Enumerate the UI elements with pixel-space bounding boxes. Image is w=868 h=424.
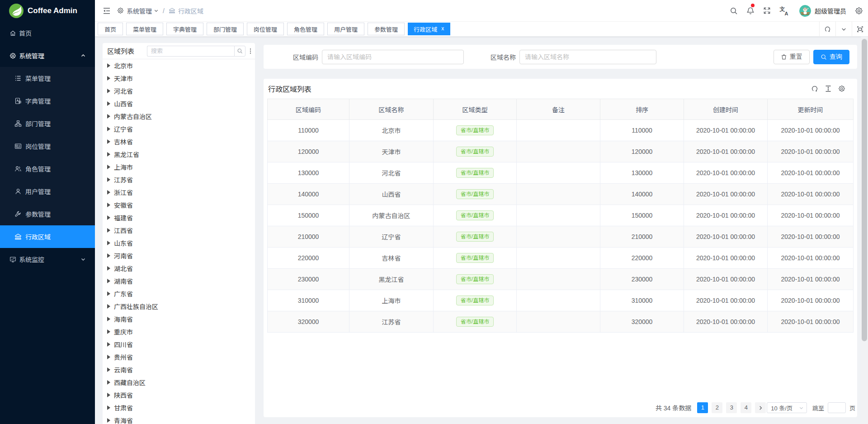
user-menu[interactable]: 超级管理员 — [799, 5, 846, 17]
tab-字典管理[interactable]: 字典管理 — [166, 23, 203, 35]
tab-行政区域[interactable]: 行政区域x — [408, 23, 450, 35]
tree-node-内蒙古自治区[interactable]: 内蒙古自治区 — [103, 110, 255, 123]
tree-node-浙江省[interactable]: 浙江省 — [103, 186, 255, 199]
tree-node-甘肃省[interactable]: 甘肃省 — [103, 401, 255, 414]
fullscreen-button[interactable] — [759, 0, 775, 22]
tree-node-北京市[interactable]: 北京市 — [103, 59, 255, 72]
caret-right-icon[interactable] — [107, 76, 110, 81]
scrollbar-thumb[interactable] — [862, 39, 867, 341]
caret-right-icon[interactable] — [107, 165, 110, 169]
table-row-220000[interactable]: 220000吉林省省市/直辖市2200002020-10-01 00:00:00… — [268, 248, 854, 269]
tree-node-安徽省[interactable]: 安徽省 — [103, 199, 255, 211]
tree-node-江西省[interactable]: 江西省 — [103, 224, 255, 237]
caret-right-icon[interactable] — [107, 89, 110, 93]
tree-node-重庆市[interactable]: 重庆市 — [103, 325, 255, 338]
caret-right-icon[interactable] — [107, 342, 110, 347]
notifications-button[interactable] — [742, 0, 759, 22]
page-button-1[interactable]: 1 — [697, 402, 708, 413]
caret-right-icon[interactable] — [107, 291, 110, 296]
caret-right-icon[interactable] — [107, 114, 110, 119]
tree-node-湖南省[interactable]: 湖南省 — [103, 275, 255, 287]
tree-node-广西壮族自治区[interactable]: 广西壮族自治区 — [103, 300, 255, 313]
caret-right-icon[interactable] — [107, 380, 110, 385]
tree-node-江苏省[interactable]: 江苏省 — [103, 173, 255, 186]
search-button[interactable]: 查询 — [813, 50, 849, 64]
tree-search-input[interactable] — [147, 46, 234, 57]
tree-node-广东省[interactable]: 广东省 — [103, 287, 255, 300]
table-row-310000[interactable]: 310000上海市省市/直辖市3100002020-10-01 00:00:00… — [268, 290, 854, 311]
page-button-4[interactable]: 4 — [741, 402, 751, 413]
tree-node-辽宁省[interactable]: 辽宁省 — [103, 123, 255, 135]
sidebar-item-用户管理[interactable]: 用户管理 — [0, 180, 95, 203]
caret-right-icon[interactable] — [107, 253, 110, 258]
tab-参数管理[interactable]: 参数管理 — [368, 23, 405, 35]
tree-node-天津市[interactable]: 天津市 — [103, 72, 255, 85]
caret-right-icon[interactable] — [107, 101, 110, 106]
sidebar-item-行政区域[interactable]: 行政区域 — [0, 225, 95, 248]
settings-button[interactable] — [854, 0, 864, 22]
sidebar-item-菜单管理[interactable]: 菜单管理 — [0, 67, 95, 90]
tree-node-西藏自治区[interactable]: 西藏自治区 — [103, 376, 255, 389]
table-density-button[interactable] — [821, 82, 835, 95]
caret-right-icon[interactable] — [107, 241, 110, 245]
tree-node-山东省[interactable]: 山东省 — [103, 237, 255, 249]
tree-node-河南省[interactable]: 河南省 — [103, 249, 255, 262]
language-button[interactable]: 文A — [775, 0, 792, 22]
table-row-110000[interactable]: 110000北京市省市/直辖市1100002020-10-01 00:00:00… — [268, 120, 854, 141]
tree-search-button[interactable] — [234, 46, 245, 57]
page-button-2[interactable]: 2 — [712, 402, 722, 413]
caret-right-icon[interactable] — [107, 329, 110, 334]
sidebar-item-系统管理[interactable]: 系统管理 — [0, 44, 95, 67]
caret-right-icon[interactable] — [107, 418, 110, 423]
filter-name-input[interactable] — [519, 50, 656, 64]
jump-page-input[interactable] — [828, 402, 846, 413]
tree-node-吉林省[interactable]: 吉林省 — [103, 135, 255, 148]
tree-node-海南省[interactable]: 海南省 — [103, 313, 255, 325]
logo[interactable]: Coffee Admin — [0, 0, 95, 22]
caret-right-icon[interactable] — [107, 355, 110, 359]
page-size-select[interactable]: 10 条/页 — [767, 402, 807, 413]
caret-right-icon[interactable] — [107, 393, 110, 397]
table-refresh-button[interactable] — [808, 82, 821, 95]
tree-node-上海市[interactable]: 上海市 — [103, 161, 255, 173]
caret-right-icon[interactable] — [107, 203, 110, 207]
tab-菜单管理[interactable]: 菜单管理 — [126, 23, 163, 35]
tree-node-山西省[interactable]: 山西省 — [103, 97, 255, 110]
tabs-dropdown-button[interactable] — [835, 22, 852, 37]
tree-node-贵州省[interactable]: 贵州省 — [103, 351, 255, 363]
sidebar-item-系统监控[interactable]: 系统监控 — [0, 248, 95, 271]
tree-node-湖北省[interactable]: 湖北省 — [103, 262, 255, 275]
caret-right-icon[interactable] — [107, 405, 110, 410]
tab-用户管理[interactable]: 用户管理 — [327, 23, 364, 35]
caret-right-icon[interactable] — [107, 127, 110, 131]
tabs-refresh-button[interactable] — [819, 22, 835, 37]
caret-right-icon[interactable] — [107, 152, 110, 157]
sidebar-item-角色管理[interactable]: 角色管理 — [0, 157, 95, 180]
sidebar-item-字典管理[interactable]: 字典管理 — [0, 90, 95, 112]
tab-角色管理[interactable]: 角色管理 — [287, 23, 324, 35]
caret-right-icon[interactable] — [107, 317, 110, 321]
page-button-3[interactable]: 3 — [726, 402, 737, 413]
collapse-sidebar-icon[interactable] — [102, 6, 111, 15]
header-search-button[interactable] — [725, 0, 742, 22]
caret-right-icon[interactable] — [107, 279, 110, 283]
tab-close-icon[interactable]: x — [439, 26, 446, 32]
tree-node-河北省[interactable]: 河北省 — [103, 85, 255, 97]
sidebar-item-部门管理[interactable]: 部门管理 — [0, 112, 95, 135]
caret-right-icon[interactable] — [107, 63, 110, 68]
tree-more-button[interactable] — [247, 48, 254, 54]
sidebar-item-岗位管理[interactable]: 岗位管理 — [0, 135, 95, 157]
tree-node-四川省[interactable]: 四川省 — [103, 338, 255, 351]
reset-button[interactable]: 重置 — [774, 50, 810, 64]
tree-node-青海省[interactable]: 青海省 — [103, 414, 255, 424]
breadcrumb-item-system[interactable]: 系统管理 — [117, 6, 159, 15]
caret-right-icon[interactable] — [107, 367, 110, 372]
caret-right-icon[interactable] — [107, 266, 110, 271]
pagination-next-button[interactable] — [755, 402, 766, 413]
filter-code-input[interactable] — [322, 50, 464, 64]
caret-right-icon[interactable] — [107, 228, 110, 233]
content-fullscreen-button[interactable] — [852, 22, 868, 37]
table-settings-button[interactable] — [835, 82, 849, 95]
table-row-120000[interactable]: 120000天津市省市/直辖市1200002020-10-01 00:00:00… — [268, 141, 854, 162]
caret-right-icon[interactable] — [107, 190, 110, 195]
